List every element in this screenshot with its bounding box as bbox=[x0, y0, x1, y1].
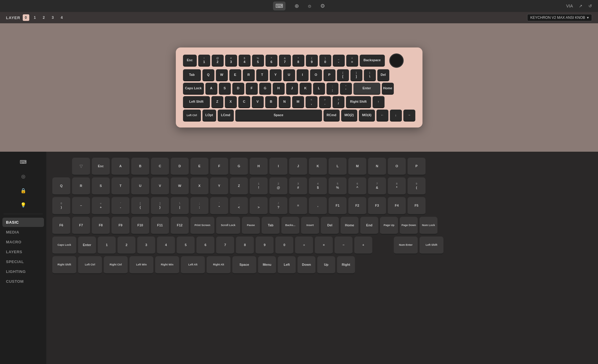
key-t[interactable]: T bbox=[256, 69, 268, 81]
grid-key-f1[interactable]: F1 bbox=[329, 197, 347, 215]
key-g[interactable]: G bbox=[259, 83, 271, 95]
sidebar-item-special[interactable]: SPECIAL bbox=[0, 257, 46, 266]
key-rbracket[interactable]: }] bbox=[350, 69, 362, 81]
key-esc[interactable]: Esc bbox=[183, 55, 197, 67]
grid-key-pause[interactable]: Pause bbox=[242, 217, 260, 235]
sidebar-item-macro[interactable]: MACRO bbox=[0, 237, 46, 247]
key-mo2[interactable]: MO(2) bbox=[341, 110, 357, 122]
layer-1-btn[interactable]: 1 bbox=[32, 14, 38, 21]
grid-key-backspace[interactable]: Backs... bbox=[281, 217, 299, 235]
grid-key-f7[interactable]: F7 bbox=[72, 217, 90, 235]
grid-key-c[interactable]: C bbox=[151, 158, 169, 176]
key-u[interactable]: U bbox=[283, 69, 295, 81]
key-backslash[interactable]: |\ bbox=[364, 69, 376, 81]
grid-key-f12[interactable]: F12 bbox=[171, 217, 189, 235]
grid-key-q[interactable]: Q bbox=[52, 177, 70, 195]
grid-key-up[interactable]: Up bbox=[317, 256, 335, 274]
grid-key-home[interactable]: Home bbox=[341, 217, 359, 235]
grid-key-caret[interactable]: 6^ bbox=[348, 177, 366, 195]
grid-key-rbrace[interactable]: ]} bbox=[151, 197, 169, 215]
grid-key-lparen[interactable]: 9( bbox=[408, 177, 425, 195]
grid-key-x[interactable]: X bbox=[190, 177, 208, 195]
grid-key-r[interactable]: R bbox=[72, 177, 90, 195]
grid-key-comma-sym[interactable]: , bbox=[309, 197, 327, 215]
key-p[interactable]: P bbox=[324, 69, 335, 81]
key-3[interactable]: #3 bbox=[225, 55, 237, 67]
grid-key-right-shift[interactable]: Right Shift bbox=[52, 256, 76, 274]
sidebar-item-lighting[interactable]: LIGHTING bbox=[0, 267, 46, 276]
key-i[interactable]: I bbox=[297, 69, 309, 81]
grid-key-excl[interactable]: 1! bbox=[250, 177, 268, 195]
key-v[interactable]: V bbox=[252, 96, 264, 108]
grid-key-n[interactable]: N bbox=[368, 158, 386, 176]
key-lcmd[interactable]: LCmd bbox=[218, 110, 234, 122]
grid-key-f6[interactable]: F6 bbox=[52, 217, 70, 235]
grid-key-num3[interactable]: 3 bbox=[137, 236, 155, 254]
grid-key-plus-eq[interactable]: =+ bbox=[92, 197, 110, 215]
grid-key-num2[interactable]: 2 bbox=[118, 236, 135, 254]
grid-key-lbrace[interactable]: [{ bbox=[131, 197, 149, 215]
key-x[interactable]: X bbox=[225, 96, 237, 108]
key-semicolon[interactable]: :; bbox=[327, 83, 338, 95]
knob[interactable] bbox=[389, 53, 404, 68]
key-8[interactable]: *8 bbox=[292, 55, 304, 67]
key-c[interactable]: C bbox=[238, 96, 250, 108]
grid-key-right[interactable]: Right bbox=[337, 256, 355, 274]
sidebar-item-custom[interactable]: CUSTOM bbox=[0, 277, 46, 286]
key-y[interactable]: Y bbox=[270, 69, 282, 81]
key-l[interactable]: L bbox=[313, 83, 325, 95]
grid-key-num1[interactable]: 1 bbox=[98, 236, 116, 254]
grid-key-print-screen[interactable]: Print Screen bbox=[190, 217, 214, 235]
grid-key-insert[interactable]: Insert bbox=[301, 217, 319, 235]
grid-key-f2[interactable]: F2 bbox=[348, 197, 366, 215]
grid-key-percent[interactable]: 5% bbox=[329, 177, 347, 195]
grid-key-m[interactable]: M bbox=[348, 158, 366, 176]
sidebar-keyboard-icon[interactable]: ⌨ bbox=[17, 156, 29, 168]
key-6[interactable]: ^6 bbox=[266, 55, 277, 67]
grid-key-pipe[interactable]: \| bbox=[171, 197, 189, 215]
key-home[interactable]: Home bbox=[382, 83, 394, 95]
layer-4-btn[interactable]: 4 bbox=[59, 14, 65, 21]
grid-key-dollar[interactable]: 4$ bbox=[309, 177, 327, 195]
device-icon[interactable]: ⌾ bbox=[308, 3, 311, 9]
key-n[interactable]: N bbox=[279, 96, 291, 108]
grid-key-multiply[interactable]: × bbox=[315, 236, 333, 254]
grid-key-num-enter[interactable]: Num Enter bbox=[394, 236, 418, 254]
grid-key-num4[interactable]: 4 bbox=[157, 236, 175, 254]
grid-key-scroll-lock[interactable]: Scroll Lock bbox=[216, 217, 240, 235]
grid-key-k[interactable]: K bbox=[309, 158, 327, 176]
key-z[interactable]: Z bbox=[211, 96, 223, 108]
key-left-shift[interactable]: Left Shift bbox=[183, 96, 210, 108]
grid-key-y[interactable]: Y bbox=[210, 177, 228, 195]
key-equals[interactable]: += bbox=[346, 55, 358, 67]
grid-key-s[interactable]: S bbox=[92, 177, 110, 195]
key-0[interactable]: )0 bbox=[319, 55, 331, 67]
key-space[interactable]: Space bbox=[235, 110, 322, 122]
grid-key-f4[interactable]: F4 bbox=[388, 197, 406, 215]
grid-key-l[interactable]: L bbox=[329, 158, 347, 176]
key-lopt[interactable]: LOpt bbox=[202, 110, 216, 122]
grid-key-p[interactable]: P bbox=[408, 158, 425, 176]
key-rcmd[interactable]: RCmd bbox=[324, 110, 340, 122]
key-slash[interactable]: ?/ bbox=[332, 96, 344, 108]
grid-key-down[interactable]: Down bbox=[298, 256, 315, 274]
grid-key-u[interactable]: U bbox=[131, 177, 149, 195]
grid-key-a[interactable]: A bbox=[112, 158, 129, 176]
grid-key-rparen[interactable]: 0) bbox=[52, 197, 70, 215]
grid-key-left-win[interactable]: Left Win bbox=[129, 256, 153, 274]
key-enter[interactable]: Enter bbox=[353, 83, 380, 95]
key-1[interactable]: !1 bbox=[198, 55, 210, 67]
grid-key-amp[interactable]: 7& bbox=[368, 177, 386, 195]
grid-key-w[interactable]: W bbox=[171, 177, 189, 195]
key-right-shift[interactable]: Right Shift bbox=[346, 96, 371, 108]
grid-key-v[interactable]: V bbox=[151, 177, 169, 195]
grid-key-f3[interactable]: F3 bbox=[368, 197, 386, 215]
grid-key-t[interactable]: T bbox=[112, 177, 129, 195]
grid-key-num0[interactable]: 0 bbox=[275, 236, 293, 254]
grid-key-add[interactable]: + bbox=[354, 236, 372, 254]
grid-key-f5[interactable]: F5 bbox=[408, 197, 425, 215]
key-m[interactable]: M bbox=[292, 96, 304, 108]
key-7[interactable]: &7 bbox=[279, 55, 291, 67]
sidebar-circle-icon[interactable]: ◎ bbox=[17, 170, 29, 182]
grid-key-triangle[interactable]: ▽ bbox=[72, 158, 90, 176]
